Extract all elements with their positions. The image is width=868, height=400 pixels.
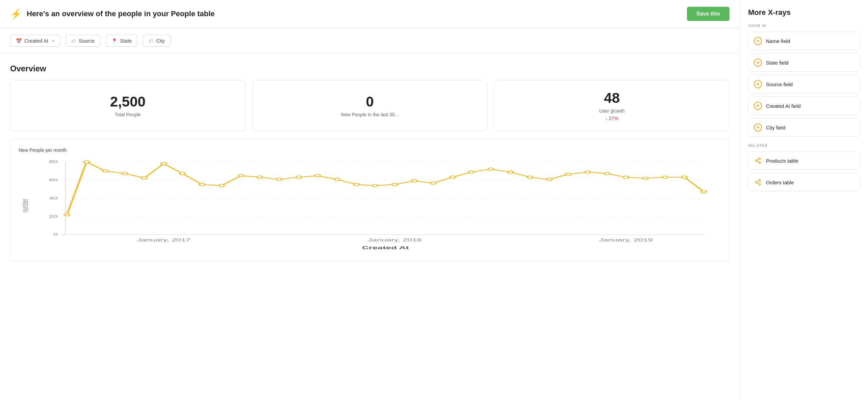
new-people-label: New People in the last 30... — [341, 112, 399, 117]
svg-point-17 — [142, 177, 147, 179]
filter-source[interactable]: 🏷 Source — [66, 35, 101, 47]
svg-point-33 — [450, 176, 455, 179]
svg-point-32 — [430, 182, 436, 184]
xray-name-field[interactable]: + Name field — [748, 32, 860, 50]
filter-created-at-label: Created At — [24, 38, 48, 44]
svg-point-21 — [219, 184, 224, 187]
user-growth-number: 48 — [604, 90, 620, 106]
zoom-in-label: ZOOM IN — [748, 24, 860, 28]
zoom-plus-icon: + — [754, 37, 762, 45]
total-people-number: 2,500 — [110, 94, 146, 110]
related-label: RELATED — [748, 143, 860, 147]
svg-point-20 — [199, 183, 205, 186]
xray-products-table[interactable]: Products table — [748, 151, 860, 170]
svg-point-38 — [546, 178, 552, 181]
page-title: Here's an overview of the people in your… — [27, 9, 215, 18]
svg-point-23 — [257, 176, 262, 179]
stat-total-people: 2,500 Total People — [10, 80, 246, 131]
zoom-plus-icon-created: + — [754, 102, 762, 110]
svg-point-15 — [102, 170, 108, 172]
xray-orders-label: Orders table — [766, 180, 794, 185]
svg-point-24 — [277, 178, 282, 181]
bolt-icon: ⚡ — [10, 8, 22, 20]
filter-city-label: City — [156, 38, 165, 44]
share-icon-orders — [754, 178, 762, 186]
zoom-plus-icon-state: + — [754, 58, 762, 67]
svg-point-19 — [180, 172, 185, 175]
sidebar-title: More X-rays — [748, 8, 860, 17]
stats-row: 2,500 Total People 0 New People in the l… — [10, 80, 730, 131]
xray-name-label: Name field — [766, 38, 790, 44]
filter-created-at[interactable]: 📅 Created At ▾ — [10, 35, 60, 47]
svg-point-37 — [527, 176, 533, 179]
svg-text:Created At: Created At — [362, 245, 409, 250]
svg-text:20: 20 — [49, 214, 58, 218]
user-growth-pct: ↓ 27% — [605, 116, 618, 121]
chart-area: number 0 20 40 60 80 — [19, 158, 721, 253]
svg-point-34 — [468, 171, 474, 173]
svg-text:number: number — [20, 199, 30, 212]
save-button[interactable]: Save this — [687, 7, 730, 21]
sidebar: More X-rays ZOOM IN + Name field + State… — [740, 0, 868, 400]
svg-point-41 — [604, 172, 610, 175]
svg-point-22 — [238, 174, 244, 177]
overview-title: Overview — [10, 64, 730, 73]
xray-created-at-field[interactable]: + Created At field — [748, 97, 860, 115]
svg-point-26 — [315, 174, 320, 177]
filter-city[interactable]: 🏷 City — [143, 35, 171, 47]
svg-point-40 — [585, 171, 590, 173]
svg-point-44 — [662, 176, 668, 179]
svg-text:60: 60 — [49, 178, 58, 182]
related-section: RELATED Products table Orders table — [748, 143, 860, 191]
svg-point-27 — [334, 178, 340, 181]
header-left: ⚡ Here's an overview of the people in yo… — [10, 8, 215, 20]
xray-orders-table[interactable]: Orders table — [748, 173, 860, 191]
chart-container: New People per month number 0 20 40 — [10, 139, 730, 261]
filters-bar: 📅 Created At ▾ 🏷 Source 📍 State 🏷 City — [0, 28, 740, 54]
svg-point-45 — [682, 176, 687, 179]
chart-title: New People per month — [19, 147, 721, 153]
xray-city-field[interactable]: + City field — [748, 118, 860, 137]
xray-state-label: State field — [766, 60, 789, 66]
svg-point-43 — [643, 177, 648, 180]
xray-created-at-label: Created At field — [766, 103, 801, 109]
pin-icon: 📍 — [111, 38, 117, 44]
xray-source-label: Source field — [766, 81, 793, 87]
svg-point-16 — [122, 172, 127, 175]
user-growth-label: User growth — [599, 108, 624, 114]
svg-point-31 — [412, 180, 417, 182]
svg-line-54 — [757, 161, 759, 162]
chart-svg: number 0 20 40 60 80 — [19, 158, 721, 253]
svg-point-29 — [373, 184, 378, 187]
svg-point-18 — [161, 162, 167, 165]
tag-icon-city: 🏷 — [149, 38, 153, 44]
svg-text:January, 2018: January, 2018 — [368, 238, 422, 242]
filter-state-label: State — [120, 38, 132, 44]
zoom-plus-icon-city: + — [754, 123, 762, 132]
svg-line-55 — [757, 159, 759, 160]
xray-products-label: Products table — [766, 158, 798, 164]
stat-user-growth: 48 User growth ↓ 27% — [494, 80, 730, 131]
svg-point-14 — [84, 161, 89, 163]
new-people-number: 0 — [366, 94, 374, 110]
filter-state[interactable]: 📍 State — [106, 35, 137, 47]
xray-state-field[interactable]: + State field — [748, 53, 860, 72]
svg-point-28 — [354, 183, 359, 186]
svg-point-30 — [392, 183, 398, 186]
share-icon-products — [754, 157, 762, 165]
zoom-plus-icon-source: + — [754, 80, 762, 88]
xray-source-field[interactable]: + Source field — [748, 75, 860, 93]
svg-text:January, 2017: January, 2017 — [137, 238, 190, 242]
calendar-icon: 📅 — [16, 38, 22, 44]
main-content: ⚡ Here's an overview of the people in yo… — [0, 0, 740, 400]
content-area: Overview 2,500 Total People 0 New People… — [0, 54, 740, 400]
svg-text:80: 80 — [49, 160, 58, 164]
svg-point-36 — [508, 171, 513, 173]
filter-source-label: Source — [79, 38, 95, 44]
svg-point-25 — [296, 176, 302, 179]
svg-point-13 — [64, 213, 70, 216]
svg-point-35 — [488, 168, 493, 171]
svg-text:0: 0 — [53, 233, 58, 237]
total-people-label: Total People — [115, 112, 141, 117]
chevron-down-icon: ▾ — [52, 39, 54, 43]
